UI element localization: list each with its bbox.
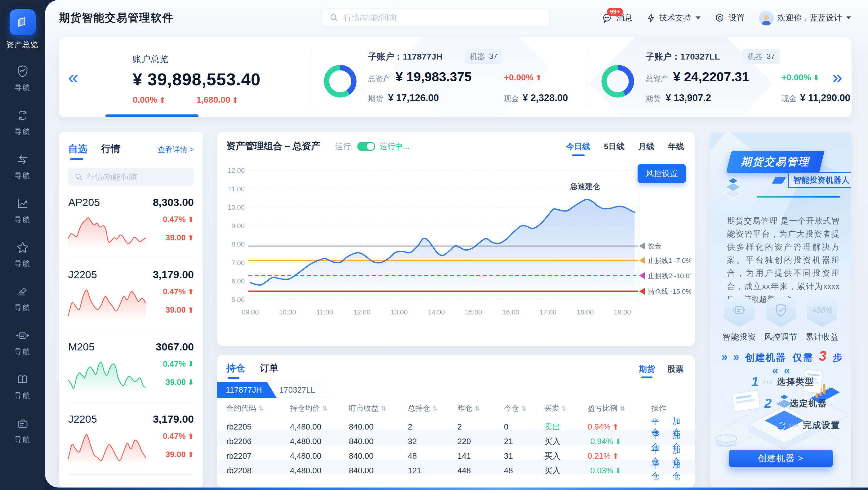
user-menu[interactable]: 欢迎你，蓝蓝设计 — [759, 10, 851, 25]
watchlist-item[interactable]: AP205 8,303.00 0.47%⬆ 39.00⬆ — [68, 186, 194, 258]
cell-pnl: 0.94%⬆ — [588, 422, 651, 432]
sidebar: 资产总览 导航 导航 导航 导航 导航 — [0, 0, 45, 490]
chevron-down-icon — [695, 17, 701, 19]
book-icon — [16, 382, 29, 387]
double-chevron-right-icon: » — [721, 350, 727, 363]
global-search[interactable] — [322, 9, 549, 27]
sidebar-item-label: 导航 — [14, 435, 31, 445]
col-header[interactable]: 盯市收益⇅ — [349, 403, 408, 413]
watchlist-search[interactable] — [68, 168, 194, 186]
support-menu[interactable]: 技术支持 — [647, 12, 701, 23]
asset-donut-chart — [321, 62, 360, 100]
sidebar-item-nav-2[interactable]: 导航 — [14, 109, 31, 136]
svg-text:09:00: 09:00 — [242, 308, 259, 316]
watchlist-panel: 自选 行情 查看详情 > AP205 8,303.00 0.47%⬆ 39.00… — [59, 132, 203, 488]
down-arrow-icon: ⬇ — [615, 437, 621, 446]
sidebar-item-label: 导航 — [14, 215, 31, 224]
col-header[interactable]: 持仓均价⇅ — [290, 403, 349, 413]
tab-watchlist[interactable]: 自选 — [68, 142, 88, 155]
sidebar-item-nav-9[interactable]: 导航 — [14, 417, 31, 445]
machine-count-badge: 机器37 — [742, 49, 780, 64]
svg-text:9.00: 9.00 — [231, 222, 245, 230]
settings-button[interactable]: 设置 — [715, 12, 745, 23]
cell-pnl: -0.03%⬇ — [588, 466, 651, 476]
watchlist-item[interactable]: RB2205 4,480.00 — [68, 475, 194, 488]
sidebar-item-nav-3[interactable]: 导航 — [14, 153, 31, 181]
messages-button[interactable]: 99+ 消息 — [602, 12, 632, 23]
account-tab-170327LL[interactable]: 170327LL — [271, 382, 330, 398]
carousel-next-button[interactable]: » — [832, 68, 842, 86]
futures-label: 期货 — [368, 94, 383, 103]
tab-futures[interactable]: 期货 — [639, 364, 655, 375]
watchlist-search-input[interactable] — [87, 172, 188, 182]
contract-code: AP205 — [68, 196, 100, 208]
view-details-link[interactable]: 查看详情 > — [158, 145, 194, 154]
cell-pnl: 0.21%⬆ — [588, 451, 651, 461]
welcome-text: 欢迎你，蓝蓝设计 — [777, 12, 842, 23]
cell-mtm-profit: 840.00 — [349, 466, 408, 476]
tab-5day-line[interactable]: 5日线 — [604, 141, 625, 152]
run-status: 运行中... — [379, 141, 409, 151]
cell-avg-price: 4,480.00 — [290, 451, 349, 461]
add-position-link[interactable]: 加仓 — [672, 460, 685, 481]
col-header[interactable]: 总持仓⇅ — [408, 403, 457, 413]
watchlist-item[interactable]: M205 3067.00 0.47%⬇ 39.00⬇ — [68, 330, 194, 402]
watchlist-item[interactable]: J2205 3,179.00 0.47%⬆ 39.00⬆ — [68, 402, 194, 475]
sparkline-chart — [68, 287, 146, 321]
col-header[interactable]: 盈亏比例⇅ — [588, 403, 651, 413]
double-chevron-right-icon: » — [733, 350, 739, 363]
tab-year-line[interactable]: 年线 — [668, 141, 684, 152]
cell-total: 32 — [408, 437, 457, 446]
account-tab-117877JH[interactable]: 117877JH — [217, 382, 277, 398]
range-tabs: 今日线 5日线 月线 年线 — [566, 141, 684, 152]
risk-settings-button[interactable]: 风控设置 — [638, 164, 686, 183]
cell-total: 121 — [408, 466, 457, 476]
total-asset-value: ¥ 19,983.375 — [395, 69, 471, 84]
sort-icon: ⇅ — [381, 405, 386, 412]
tab-today-line[interactable]: 今日线 — [566, 141, 590, 152]
sidebar-item-assets-overview[interactable]: 资产总览 — [0, 9, 45, 50]
watchlist-item[interactable]: J2205 3,179.00 0.47%⬆ 39.00⬆ — [68, 258, 194, 330]
chevron-down-icon — [846, 17, 851, 19]
tab-market[interactable]: 行情 — [101, 142, 120, 155]
carousel-prev-button[interactable]: « — [68, 68, 78, 86]
table-row: rb2207 4,480.00 840.00 48 141 31 买入 0.21… — [217, 445, 695, 460]
svg-text:17:00: 17:00 — [539, 308, 556, 316]
search-icon — [74, 173, 83, 181]
tab-orders[interactable]: 订单 — [260, 362, 278, 375]
arrow-dots-icon: ››› — [789, 421, 799, 430]
tab-stocks[interactable]: 股票 — [668, 364, 683, 375]
up-arrow-icon: ⬆ — [613, 423, 619, 431]
sidebar-item-nav-6[interactable]: 导航 — [14, 285, 31, 313]
promo-features: 智能投资 风控调节 +38% 累计收益 — [722, 293, 839, 342]
stamp-icon — [16, 294, 29, 299]
tab-month-line[interactable]: 月线 — [638, 141, 654, 152]
run-toggle[interactable] — [357, 142, 375, 151]
col-header[interactable]: 今仓⇅ — [504, 403, 544, 413]
positions-table: 合约代码⇅ 持仓均价⇅ 盯市收益⇅ 总持仓⇅ 昨仓⇅ 今仓⇅ 买卖⇅ 盈亏比例⇅… — [217, 400, 695, 474]
cell-code: rb2206 — [226, 437, 290, 446]
divider — [311, 49, 311, 106]
col-header[interactable]: 买卖⇅ — [544, 403, 588, 413]
col-header[interactable]: 昨仓⇅ — [457, 403, 504, 413]
shield-icon — [773, 302, 788, 318]
step-item: 3›››完成设置 — [751, 418, 851, 433]
col-header[interactable]: 合约代码⇅ — [226, 403, 290, 413]
cell-mtm-profit: 840.00 — [349, 437, 408, 446]
sidebar-item-nav-7[interactable]: 导航 — [14, 329, 31, 357]
sidebar-item-nav-8[interactable]: 导航 — [14, 373, 31, 401]
close-position-link[interactable]: 平仓 — [651, 460, 664, 481]
carousel-active-indicator — [105, 115, 198, 117]
tab-positions[interactable]: 持仓 — [226, 362, 245, 375]
sidebar-item-nav-4[interactable]: 导航 — [14, 196, 31, 224]
cell-code: rb2207 — [226, 451, 290, 461]
up-arrow-icon: ⬆ — [188, 215, 194, 224]
col-header: 操作 — [651, 403, 685, 413]
sidebar-item-nav-5[interactable]: 导航 — [14, 241, 31, 269]
sidebar-item-nav-1[interactable]: 导航 — [14, 64, 31, 92]
cell-today: 48 — [504, 466, 544, 476]
cell-code: rb2205 — [226, 422, 290, 432]
global-search-input[interactable] — [343, 13, 542, 23]
portfolio-title: 资产管理组合 – 总资产 — [226, 140, 320, 153]
create-machine-button[interactable]: 创建机器 > — [729, 450, 833, 467]
